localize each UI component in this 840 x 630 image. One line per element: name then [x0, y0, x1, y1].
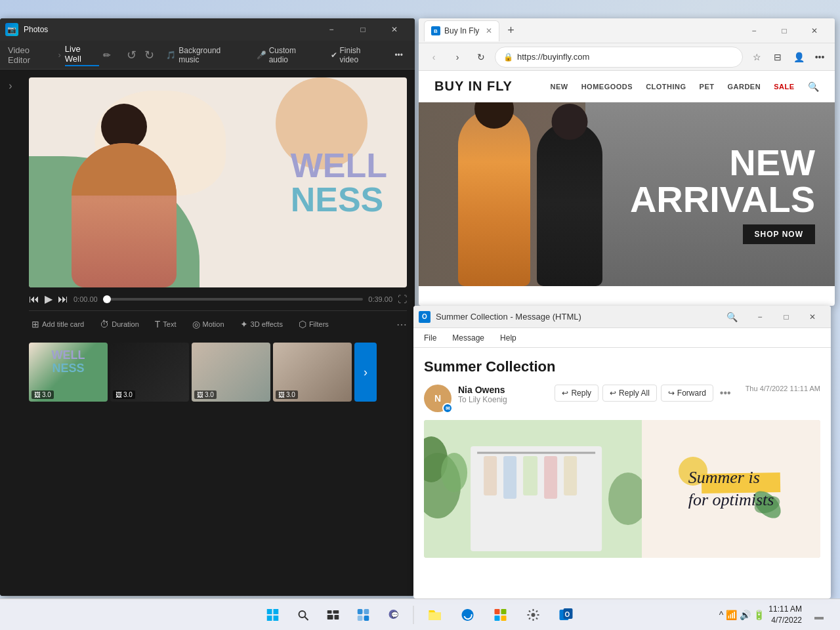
svg-rect-31	[501, 609, 507, 614]
email-search-button[interactable]: 🔍	[722, 307, 742, 327]
text-tool[interactable]: T Text	[152, 316, 179, 332]
custom-audio-button[interactable]: 🎤 Custom audio	[253, 43, 322, 67]
play-button[interactable]: ▶	[45, 293, 52, 305]
breadcrumb-root[interactable]: Video Editor	[8, 45, 54, 65]
forward-button[interactable]: ›	[448, 47, 467, 67]
notification-button[interactable]	[806, 602, 832, 628]
store-button[interactable]	[486, 602, 515, 628]
profile-button[interactable]: 👤	[789, 47, 808, 67]
start-button[interactable]	[260, 602, 286, 628]
nav-clothing[interactable]: CLOTHING	[646, 83, 686, 91]
nav-garden[interactable]: GARDEN	[727, 83, 761, 91]
reply-all-button[interactable]: ↩ Reply All	[602, 385, 657, 402]
chat-button[interactable]: 💬	[381, 602, 407, 628]
text-icon: T	[155, 319, 161, 329]
email-minimize-button[interactable]: −	[747, 306, 773, 328]
hero-shop-button[interactable]: SHOP NOW	[743, 224, 815, 244]
browser-maximize-button[interactable]: □	[769, 18, 799, 43]
hero-people-area	[458, 102, 645, 286]
email-more-button[interactable]: •••	[717, 385, 734, 402]
svg-text:💬: 💬	[391, 611, 399, 619]
email-win-controls: − □ ✕	[747, 306, 826, 328]
menu-message[interactable]: Message	[450, 331, 487, 345]
search-taskbar-button[interactable]	[290, 602, 316, 628]
email-maximize-button[interactable]: □	[773, 306, 799, 328]
outlook-taskbar-button[interactable]: O	[552, 602, 581, 628]
svg-rect-4	[503, 456, 516, 499]
address-bar[interactable]: 🔒 https://buyinfly.com	[495, 47, 743, 68]
3d-effects-tool[interactable]: ✦ 3D effects	[238, 316, 285, 332]
sender-name: Nia Owens	[458, 385, 548, 395]
search-icon[interactable]: 🔍	[808, 81, 820, 92]
edge-button[interactable]	[453, 602, 482, 628]
nav-homegoods[interactable]: HOMEGOODS	[581, 83, 633, 91]
browser-close-button[interactable]: ✕	[799, 18, 830, 43]
more-options-button[interactable]: •••	[390, 48, 407, 62]
finish-video-button[interactable]: ✔ Finish video	[327, 43, 386, 67]
film-item-3[interactable]: 🖼 3.0	[192, 343, 270, 402]
back-button[interactable]: ‹	[424, 47, 444, 67]
edit-title-icon[interactable]: ✏	[103, 50, 111, 60]
nav-sale[interactable]: SALE	[774, 83, 794, 91]
undo-button[interactable]: ↺	[127, 48, 136, 62]
settings-button[interactable]	[519, 602, 548, 628]
rewind-button[interactable]: ⏮	[29, 293, 39, 305]
menu-file[interactable]: File	[421, 331, 439, 345]
step-forward-button[interactable]: ⏭	[58, 293, 68, 305]
photos-close-button[interactable]: ✕	[379, 18, 410, 41]
email-to: To Lily Koenig	[458, 395, 548, 404]
more-tools-button[interactable]: ⋯	[396, 318, 407, 331]
reading-view-button[interactable]: ⊟	[768, 47, 788, 67]
filters-tool[interactable]: ⬡ Filters	[296, 316, 331, 332]
tab-close-button[interactable]: ✕	[486, 26, 492, 35]
nav-pet[interactable]: PET	[700, 83, 715, 91]
refresh-button[interactable]: ↻	[471, 47, 491, 67]
svg-rect-27	[364, 616, 369, 621]
progress-thumb[interactable]	[103, 295, 111, 303]
favorites-button[interactable]: ☆	[747, 47, 766, 67]
file-explorer-button[interactable]	[421, 602, 450, 628]
volume-icon[interactable]: 🔊	[740, 610, 751, 620]
film-item-4[interactable]: 🖼 3.0	[273, 343, 352, 402]
wifi-icon[interactable]: 📶	[726, 610, 737, 620]
breadcrumb-current[interactable]: Live Well	[65, 44, 99, 66]
progress-bar[interactable]	[103, 298, 364, 301]
redo-button[interactable]: ↻	[144, 48, 154, 62]
chevron-up-icon[interactable]: ^	[719, 610, 724, 620]
reply-button[interactable]: ↩ Reply	[555, 385, 598, 402]
duration-tool[interactable]: ⏱ Duration	[97, 316, 142, 332]
task-view-button[interactable]	[320, 602, 346, 628]
photos-minimize-button[interactable]: −	[316, 18, 346, 41]
email-timestamp: Thu 4/7/2022 11:11 AM	[746, 385, 820, 392]
photos-main: › WELL NESS	[0, 70, 415, 596]
email-content: Summer Collection N ✉ Nia Owens To Lily …	[413, 348, 831, 568]
svg-rect-17	[274, 616, 279, 621]
photos-app-icon: 📷	[5, 23, 18, 36]
browser-minimize-button[interactable]: −	[739, 18, 769, 43]
banner-right: Summer isfor optimists	[642, 420, 820, 558]
film-icon-3: 🖼	[197, 391, 203, 398]
fullscreen-button[interactable]: ⛶	[398, 294, 407, 304]
background-music-button[interactable]: 🎵 Background music	[162, 43, 247, 67]
clock[interactable]: 11:11 AM 4/7/2022	[768, 604, 802, 626]
browser-more-button[interactable]: •••	[810, 47, 830, 67]
taskbar-center: 💬	[260, 602, 581, 628]
film-item-1[interactable]: WELLNESS 🖼 3.0	[29, 343, 108, 402]
menu-help[interactable]: Help	[497, 331, 519, 345]
add-title-card-tool[interactable]: ⊞ Add title card	[29, 316, 87, 332]
email-close-button[interactable]: ✕	[799, 306, 826, 328]
new-tab-button[interactable]: +	[503, 24, 518, 37]
browser-tab-buyinfly[interactable]: B Buy In Fly ✕	[424, 20, 499, 41]
svg-rect-38	[814, 617, 824, 620]
photos-maximize-button[interactable]: □	[348, 18, 378, 41]
svg-rect-15	[274, 609, 279, 614]
filmstrip-next-button[interactable]: ›	[354, 343, 377, 402]
film-item-2[interactable]: 🖼 3.0	[110, 343, 189, 402]
forward-button[interactable]: ↪ Forward	[661, 385, 713, 402]
widgets-button[interactable]	[350, 602, 377, 628]
buyinfly-logo: BUY IN FLY	[434, 79, 513, 94]
sidebar-toggle-button[interactable]: ›	[9, 80, 12, 92]
nav-new[interactable]: NEW	[551, 83, 568, 91]
battery-icon[interactable]: 🔋	[753, 610, 765, 620]
motion-tool[interactable]: ◎ Motion	[190, 316, 227, 332]
